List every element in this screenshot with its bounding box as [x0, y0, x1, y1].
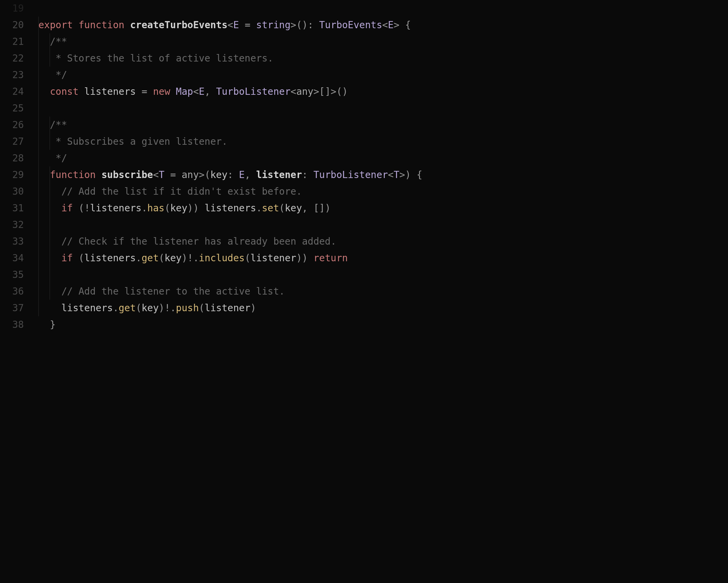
code-line[interactable]: if (listeners.get(key)!.includes(listene…: [38, 250, 728, 266]
line-number: 19: [0, 0, 24, 17]
line-number: 29: [0, 166, 24, 183]
line-number: 24: [0, 83, 24, 100]
code-line[interactable]: /**: [38, 33, 728, 50]
line-number: 28: [0, 150, 24, 166]
line-number: 26: [0, 117, 24, 133]
code-line[interactable]: const listeners = new Map<E, TurboListen…: [38, 83, 728, 100]
code-line[interactable]: [38, 0, 728, 17]
line-number: 35: [0, 266, 24, 283]
code-line[interactable]: * Stores the list of active listeners.: [38, 50, 728, 67]
code-line[interactable]: [38, 100, 728, 117]
code-line[interactable]: function subscribe<T = any>(key: E, list…: [38, 166, 728, 183]
code-line[interactable]: [38, 266, 728, 283]
code-line[interactable]: */: [38, 67, 728, 83]
code-content[interactable]: export function createTurboEvents<E = st…: [32, 0, 728, 583]
code-line[interactable]: // Add the listener to the active list.: [38, 283, 728, 300]
line-number: 22: [0, 50, 24, 67]
line-number: 31: [0, 200, 24, 216]
line-number-gutter: 19 20 21 22 23 24 25 26 27 28 29 30 31 3…: [0, 0, 32, 583]
line-number: 37: [0, 300, 24, 316]
code-line[interactable]: [38, 216, 728, 233]
line-number: 38: [0, 316, 24, 333]
line-number: 36: [0, 283, 24, 300]
code-editor[interactable]: 19 20 21 22 23 24 25 26 27 28 29 30 31 3…: [0, 0, 728, 583]
code-line[interactable]: // Check if the listener has already bee…: [38, 233, 728, 250]
line-number: 20: [0, 17, 24, 33]
code-line[interactable]: /**: [38, 117, 728, 133]
code-line[interactable]: listeners.get(key)!.push(listener): [38, 300, 728, 316]
code-line[interactable]: * Subscribes a given listener.: [38, 133, 728, 150]
code-line[interactable]: export function createTurboEvents<E = st…: [38, 17, 728, 33]
line-number: 27: [0, 133, 24, 150]
line-number: 32: [0, 216, 24, 233]
line-number: 34: [0, 250, 24, 266]
code-line[interactable]: }: [38, 316, 728, 333]
line-number: 30: [0, 183, 24, 200]
code-line[interactable]: */: [38, 150, 728, 166]
line-number: 21: [0, 33, 24, 50]
line-number: 25: [0, 100, 24, 117]
line-number: 33: [0, 233, 24, 250]
code-line[interactable]: // Add the list if it didn't exist befor…: [38, 183, 728, 200]
code-line[interactable]: if (!listeners.has(key)) listeners.set(k…: [38, 200, 728, 216]
line-number: 23: [0, 67, 24, 83]
